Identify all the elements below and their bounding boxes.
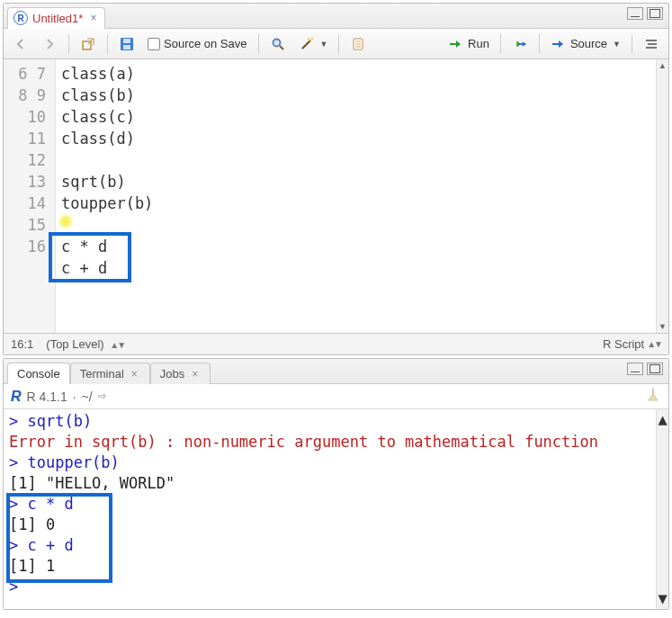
- editor-tab-untitled[interactable]: R Untitled1* ×: [7, 7, 105, 29]
- pane-window-controls: [627, 7, 663, 20]
- show-in-new-window-button[interactable]: [76, 34, 100, 54]
- maximize-pane-button[interactable]: [647, 363, 663, 375]
- source-label: Source: [570, 37, 607, 50]
- console-line: >: [9, 577, 663, 597]
- run-label: Run: [468, 37, 489, 50]
- console-output[interactable]: > sqrt(b)Error in sqrt(b) : non-numeric …: [4, 409, 668, 609]
- svg-line-6: [302, 40, 310, 49]
- save-button[interactable]: [115, 34, 139, 54]
- scroll-down-arrow-icon[interactable]: ▼: [657, 320, 668, 333]
- forward-arrow-icon: [41, 36, 58, 52]
- back-arrow-icon: [13, 36, 29, 52]
- console-line: > toupper(b): [9, 452, 663, 473]
- tab-console-label: Console: [17, 367, 60, 381]
- source-on-save-toggle[interactable]: Source on Save: [144, 35, 251, 52]
- path-separator: ·: [73, 390, 76, 404]
- clear-console-button[interactable]: [645, 387, 661, 406]
- language-mode[interactable]: R Script: [603, 337, 644, 351]
- maximize-pane-button[interactable]: [647, 7, 663, 20]
- rerun-icon: [512, 36, 528, 52]
- svg-point-4: [273, 39, 280, 46]
- r-version: R 4.1.1: [27, 390, 67, 404]
- console-line: [1] 0: [9, 515, 663, 535]
- tab-terminal[interactable]: Terminal ×: [70, 363, 150, 384]
- tab-jobs-label: Jobs: [160, 367, 184, 381]
- r-logo-icon: R: [11, 389, 22, 405]
- console-tabbar: Console Terminal × Jobs ×: [4, 359, 668, 384]
- pane-window-controls: [627, 363, 663, 375]
- editor-vertical-scrollbar[interactable]: ▲ ▼: [656, 59, 668, 333]
- scope-indicator[interactable]: (Top Level): [46, 337, 103, 351]
- tab-terminal-label: Terminal: [80, 367, 124, 381]
- scroll-up-arrow-icon[interactable]: ▲: [657, 59, 668, 72]
- tab-jobs[interactable]: Jobs ×: [150, 363, 211, 384]
- notebook-icon: [350, 36, 366, 52]
- source-on-save-label: Source on Save: [164, 37, 247, 50]
- source-button[interactable]: Source ▼: [547, 34, 624, 54]
- compile-report-button[interactable]: [346, 34, 370, 54]
- run-arrow-icon: [448, 36, 464, 52]
- svg-rect-2: [123, 39, 130, 43]
- editor-statusbar: 16:1 (Top Level) ▲▼ R Script ▲▼: [4, 333, 668, 354]
- working-directory[interactable]: ~/: [82, 390, 93, 404]
- console-line: [1] 1: [9, 556, 663, 577]
- source-arrow-icon: [551, 36, 567, 52]
- scope-stepper-icon[interactable]: ▲▼: [110, 340, 124, 350]
- source-editor-pane: R Untitled1* ×: [3, 3, 669, 355]
- line-number-gutter: 6 7 8 9 10 11 12 13 14 15 16: [4, 59, 56, 333]
- editor-toolbar: Source on Save ▼ Run: [4, 29, 668, 59]
- svg-rect-3: [123, 45, 130, 49]
- console-line: > sqrt(b): [9, 411, 663, 432]
- rerun-button[interactable]: [508, 34, 532, 54]
- console-pane: Console Terminal × Jobs × R R 4.1.1 · ~/…: [3, 358, 669, 610]
- outline-button[interactable]: [640, 34, 663, 54]
- outline-icon: [643, 36, 659, 52]
- wd-go-icon[interactable]: ⇨: [98, 390, 106, 402]
- svg-point-9: [308, 38, 309, 40]
- forward-button[interactable]: [38, 34, 61, 54]
- minimize-pane-button[interactable]: [627, 7, 643, 20]
- dropdown-caret-icon: ▼: [320, 40, 328, 49]
- editor-body: 6 7 8 9 10 11 12 13 14 15 16 class(a) cl…: [4, 59, 668, 333]
- popout-icon: [80, 36, 96, 52]
- back-button[interactable]: [9, 34, 32, 54]
- lang-stepper-icon[interactable]: ▲▼: [647, 339, 661, 349]
- editor-tab-title: Untitled1*: [32, 12, 83, 25]
- console-line: > c * d: [9, 494, 663, 515]
- find-button[interactable]: [266, 34, 290, 54]
- minimize-pane-button[interactable]: [627, 363, 643, 375]
- wand-icon: [299, 36, 315, 52]
- console-line: Error in sqrt(b) : non-numeric argument …: [9, 432, 663, 452]
- search-icon: [270, 36, 286, 52]
- svg-line-5: [280, 46, 283, 49]
- close-tab-icon[interactable]: ×: [189, 368, 201, 381]
- cursor-position: 16:1: [11, 337, 33, 351]
- console-path-row: R R 4.1.1 · ~/ ⇨: [4, 384, 668, 409]
- checkbox-icon: [148, 38, 160, 50]
- tab-console[interactable]: Console: [7, 363, 70, 384]
- code-tools-button[interactable]: ▼: [295, 34, 332, 54]
- console-line: > c + d: [9, 535, 663, 556]
- dropdown-caret-icon: ▼: [613, 40, 621, 49]
- r-file-icon: R: [13, 11, 28, 25]
- editor-tabbar: R Untitled1* ×: [4, 4, 668, 29]
- console-line: [1] "HELLO, WORLD": [9, 473, 663, 494]
- close-tab-icon[interactable]: ×: [87, 12, 99, 24]
- code-area[interactable]: class(a) class(b) class(c) class(d) sqrt…: [56, 59, 656, 333]
- run-button[interactable]: Run: [444, 34, 493, 54]
- save-icon: [119, 36, 135, 52]
- svg-point-7: [309, 40, 311, 41]
- close-tab-icon[interactable]: ×: [129, 368, 140, 381]
- svg-point-8: [311, 38, 313, 40]
